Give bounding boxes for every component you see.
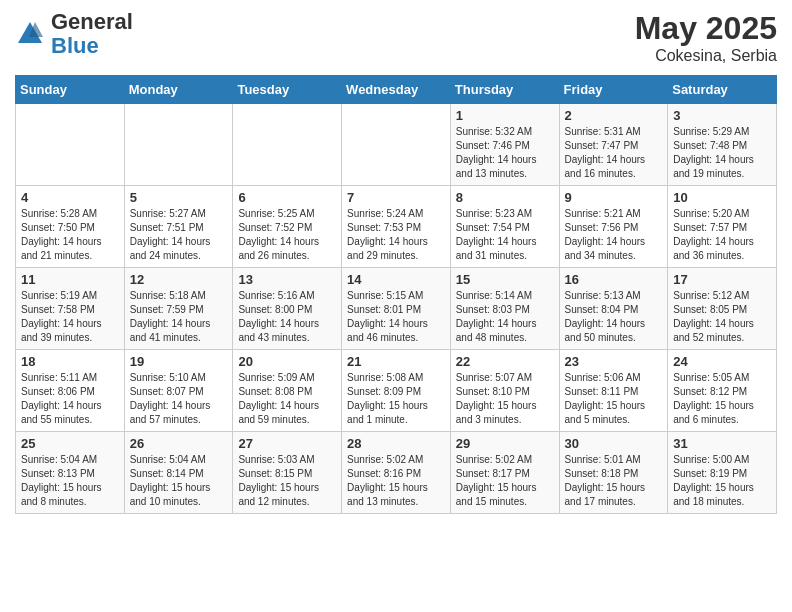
day-info: Sunrise: 5:15 AM Sunset: 8:01 PM Dayligh…	[347, 289, 445, 345]
title-month: May 2025	[635, 10, 777, 47]
day-cell	[342, 104, 451, 186]
day-info: Sunrise: 5:14 AM Sunset: 8:03 PM Dayligh…	[456, 289, 554, 345]
day-info: Sunrise: 5:10 AM Sunset: 8:07 PM Dayligh…	[130, 371, 228, 427]
day-cell	[16, 104, 125, 186]
day-cell: 14Sunrise: 5:15 AM Sunset: 8:01 PM Dayli…	[342, 268, 451, 350]
day-info: Sunrise: 5:03 AM Sunset: 8:15 PM Dayligh…	[238, 453, 336, 509]
day-info: Sunrise: 5:08 AM Sunset: 8:09 PM Dayligh…	[347, 371, 445, 427]
day-info: Sunrise: 5:12 AM Sunset: 8:05 PM Dayligh…	[673, 289, 771, 345]
day-number: 17	[673, 272, 771, 287]
week-row-3: 11Sunrise: 5:19 AM Sunset: 7:58 PM Dayli…	[16, 268, 777, 350]
day-cell: 3Sunrise: 5:29 AM Sunset: 7:48 PM Daylig…	[668, 104, 777, 186]
day-info: Sunrise: 5:00 AM Sunset: 8:19 PM Dayligh…	[673, 453, 771, 509]
day-info: Sunrise: 5:04 AM Sunset: 8:14 PM Dayligh…	[130, 453, 228, 509]
day-number: 13	[238, 272, 336, 287]
day-info: Sunrise: 5:11 AM Sunset: 8:06 PM Dayligh…	[21, 371, 119, 427]
day-number: 7	[347, 190, 445, 205]
day-cell: 9Sunrise: 5:21 AM Sunset: 7:56 PM Daylig…	[559, 186, 668, 268]
logo: General Blue	[15, 10, 133, 58]
day-cell: 2Sunrise: 5:31 AM Sunset: 7:47 PM Daylig…	[559, 104, 668, 186]
day-number: 29	[456, 436, 554, 451]
week-row-4: 18Sunrise: 5:11 AM Sunset: 8:06 PM Dayli…	[16, 350, 777, 432]
day-info: Sunrise: 5:05 AM Sunset: 8:12 PM Dayligh…	[673, 371, 771, 427]
day-number: 30	[565, 436, 663, 451]
day-info: Sunrise: 5:25 AM Sunset: 7:52 PM Dayligh…	[238, 207, 336, 263]
day-cell: 7Sunrise: 5:24 AM Sunset: 7:53 PM Daylig…	[342, 186, 451, 268]
header-saturday: Saturday	[668, 76, 777, 104]
logo-icon	[15, 19, 45, 49]
week-row-5: 25Sunrise: 5:04 AM Sunset: 8:13 PM Dayli…	[16, 432, 777, 514]
logo-text: General Blue	[51, 10, 133, 58]
day-number: 5	[130, 190, 228, 205]
day-number: 19	[130, 354, 228, 369]
day-number: 21	[347, 354, 445, 369]
day-number: 3	[673, 108, 771, 123]
day-cell: 16Sunrise: 5:13 AM Sunset: 8:04 PM Dayli…	[559, 268, 668, 350]
day-number: 28	[347, 436, 445, 451]
day-cell: 21Sunrise: 5:08 AM Sunset: 8:09 PM Dayli…	[342, 350, 451, 432]
day-number: 31	[673, 436, 771, 451]
day-number: 26	[130, 436, 228, 451]
day-cell: 25Sunrise: 5:04 AM Sunset: 8:13 PM Dayli…	[16, 432, 125, 514]
page-container: General Blue May 2025 Cokesina, Serbia S…	[0, 0, 792, 524]
header-wednesday: Wednesday	[342, 76, 451, 104]
day-info: Sunrise: 5:01 AM Sunset: 8:18 PM Dayligh…	[565, 453, 663, 509]
day-info: Sunrise: 5:07 AM Sunset: 8:10 PM Dayligh…	[456, 371, 554, 427]
day-number: 9	[565, 190, 663, 205]
day-cell: 27Sunrise: 5:03 AM Sunset: 8:15 PM Dayli…	[233, 432, 342, 514]
day-number: 25	[21, 436, 119, 451]
day-number: 10	[673, 190, 771, 205]
day-cell	[233, 104, 342, 186]
day-info: Sunrise: 5:18 AM Sunset: 7:59 PM Dayligh…	[130, 289, 228, 345]
header: General Blue May 2025 Cokesina, Serbia	[15, 10, 777, 65]
day-info: Sunrise: 5:02 AM Sunset: 8:17 PM Dayligh…	[456, 453, 554, 509]
day-cell: 17Sunrise: 5:12 AM Sunset: 8:05 PM Dayli…	[668, 268, 777, 350]
day-cell: 15Sunrise: 5:14 AM Sunset: 8:03 PM Dayli…	[450, 268, 559, 350]
day-cell: 22Sunrise: 5:07 AM Sunset: 8:10 PM Dayli…	[450, 350, 559, 432]
day-cell: 29Sunrise: 5:02 AM Sunset: 8:17 PM Dayli…	[450, 432, 559, 514]
day-info: Sunrise: 5:19 AM Sunset: 7:58 PM Dayligh…	[21, 289, 119, 345]
day-info: Sunrise: 5:20 AM Sunset: 7:57 PM Dayligh…	[673, 207, 771, 263]
day-cell: 11Sunrise: 5:19 AM Sunset: 7:58 PM Dayli…	[16, 268, 125, 350]
day-info: Sunrise: 5:24 AM Sunset: 7:53 PM Dayligh…	[347, 207, 445, 263]
day-info: Sunrise: 5:13 AM Sunset: 8:04 PM Dayligh…	[565, 289, 663, 345]
day-info: Sunrise: 5:23 AM Sunset: 7:54 PM Dayligh…	[456, 207, 554, 263]
day-cell: 5Sunrise: 5:27 AM Sunset: 7:51 PM Daylig…	[124, 186, 233, 268]
day-info: Sunrise: 5:21 AM Sunset: 7:56 PM Dayligh…	[565, 207, 663, 263]
day-cell: 13Sunrise: 5:16 AM Sunset: 8:00 PM Dayli…	[233, 268, 342, 350]
day-number: 2	[565, 108, 663, 123]
day-cell: 6Sunrise: 5:25 AM Sunset: 7:52 PM Daylig…	[233, 186, 342, 268]
week-row-2: 4Sunrise: 5:28 AM Sunset: 7:50 PM Daylig…	[16, 186, 777, 268]
header-monday: Monday	[124, 76, 233, 104]
day-info: Sunrise: 5:27 AM Sunset: 7:51 PM Dayligh…	[130, 207, 228, 263]
day-number: 1	[456, 108, 554, 123]
day-number: 4	[21, 190, 119, 205]
logo-general: General	[51, 9, 133, 34]
day-cell: 30Sunrise: 5:01 AM Sunset: 8:18 PM Dayli…	[559, 432, 668, 514]
day-number: 20	[238, 354, 336, 369]
day-number: 12	[130, 272, 228, 287]
day-cell: 23Sunrise: 5:06 AM Sunset: 8:11 PM Dayli…	[559, 350, 668, 432]
day-number: 14	[347, 272, 445, 287]
day-info: Sunrise: 5:06 AM Sunset: 8:11 PM Dayligh…	[565, 371, 663, 427]
day-number: 8	[456, 190, 554, 205]
day-info: Sunrise: 5:04 AM Sunset: 8:13 PM Dayligh…	[21, 453, 119, 509]
day-number: 18	[21, 354, 119, 369]
day-cell: 28Sunrise: 5:02 AM Sunset: 8:16 PM Dayli…	[342, 432, 451, 514]
day-number: 16	[565, 272, 663, 287]
day-number: 15	[456, 272, 554, 287]
day-info: Sunrise: 5:28 AM Sunset: 7:50 PM Dayligh…	[21, 207, 119, 263]
day-cell: 1Sunrise: 5:32 AM Sunset: 7:46 PM Daylig…	[450, 104, 559, 186]
day-cell: 18Sunrise: 5:11 AM Sunset: 8:06 PM Dayli…	[16, 350, 125, 432]
day-info: Sunrise: 5:32 AM Sunset: 7:46 PM Dayligh…	[456, 125, 554, 181]
day-info: Sunrise: 5:31 AM Sunset: 7:47 PM Dayligh…	[565, 125, 663, 181]
header-thursday: Thursday	[450, 76, 559, 104]
day-cell: 19Sunrise: 5:10 AM Sunset: 8:07 PM Dayli…	[124, 350, 233, 432]
title-block: May 2025 Cokesina, Serbia	[635, 10, 777, 65]
header-sunday: Sunday	[16, 76, 125, 104]
weekday-header-row: Sunday Monday Tuesday Wednesday Thursday…	[16, 76, 777, 104]
day-number: 23	[565, 354, 663, 369]
day-info: Sunrise: 5:16 AM Sunset: 8:00 PM Dayligh…	[238, 289, 336, 345]
day-number: 11	[21, 272, 119, 287]
title-location: Cokesina, Serbia	[635, 47, 777, 65]
